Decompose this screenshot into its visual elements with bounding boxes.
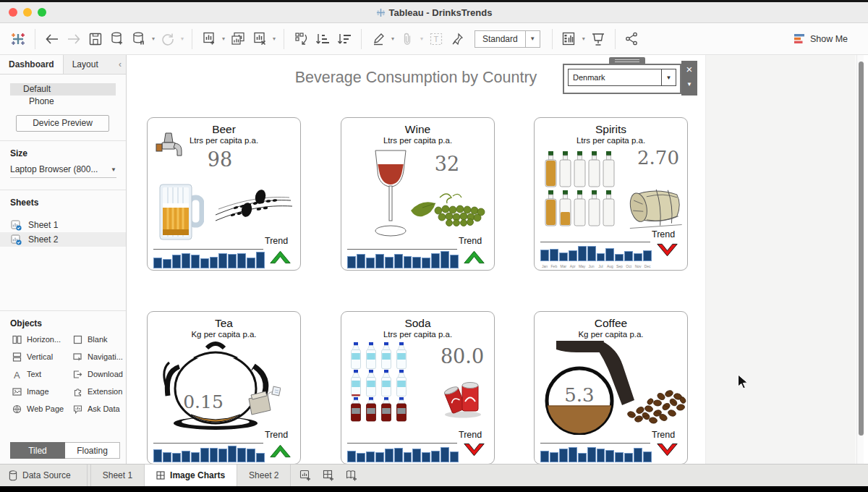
card-value: 80.0: [438, 345, 486, 368]
trend-bar-chart: [540, 445, 652, 462]
trend-bar: [182, 451, 190, 462]
new-worksheet-button[interactable]: [198, 28, 220, 50]
trend-bar: [210, 257, 218, 268]
object-item-horizontal[interactable]: Horizon...: [12, 334, 72, 344]
card-subtitle: Ltrs per capita p.a.: [535, 136, 687, 145]
tab-image-charts[interactable]: Image Charts: [145, 465, 237, 486]
chevron-down-icon[interactable]: ▼: [661, 69, 676, 85]
data-source-tab[interactable]: Data Source: [0, 465, 88, 486]
format-link-caret[interactable]: ▾: [418, 35, 425, 42]
sort-ascending-button[interactable]: [312, 28, 333, 50]
trend-bar: [578, 246, 587, 261]
duplicate-sheet-button[interactable]: [227, 28, 249, 50]
collapse-pane-icon[interactable]: ‹: [114, 55, 126, 74]
divider: [347, 443, 457, 444]
vertical-scrollbar[interactable]: [856, 55, 864, 464]
trend-bar: [357, 453, 365, 462]
undo-button[interactable]: [41, 28, 63, 50]
device-preview-button[interactable]: Device Preview: [16, 115, 109, 132]
object-item-image[interactable]: Image: [12, 386, 72, 396]
cola-bottle-image: [350, 397, 362, 422]
vertical-container-icon: [12, 352, 22, 362]
trend-bar: [347, 451, 356, 462]
card-tea: Tea Kg per capita p.a. 0.15: [147, 311, 301, 465]
new-story-tab-button[interactable]: [341, 467, 362, 484]
toolbar-separator: [284, 29, 284, 49]
new-data-source-button[interactable]: [106, 28, 128, 50]
filter-remove-button[interactable]: ×: [686, 61, 693, 78]
object-item-download[interactable]: Download: [72, 369, 133, 379]
trend-bar: [643, 250, 652, 261]
show-me-label: Show Me: [810, 34, 848, 44]
grapes-image: [408, 190, 489, 226]
filter-drag-handle[interactable]: [609, 57, 645, 64]
presentation-mode-button[interactable]: [587, 28, 609, 50]
sidebar-sheet-1[interactable]: Sheet 1: [0, 218, 126, 232]
cola-bottle-image: [380, 397, 392, 422]
run-update-button[interactable]: [157, 28, 179, 50]
show-me-button[interactable]: Show Me: [793, 33, 848, 44]
tab-layout[interactable]: Layout: [64, 55, 107, 74]
format-link-icon[interactable]: [396, 28, 418, 50]
fix-axes-pin-icon[interactable]: [447, 28, 469, 50]
object-item-web-page[interactable]: Web Page: [12, 404, 72, 414]
tableau-logo-icon[interactable]: [7, 28, 29, 50]
card-value: 0.15: [179, 391, 227, 412]
text-icon: A: [12, 369, 22, 379]
trend-bar: [163, 452, 171, 462]
highlight-caret[interactable]: ▾: [389, 35, 396, 42]
size-dropdown[interactable]: Laptop Browser (800... ▼: [10, 164, 116, 178]
sidebar-sheet-2[interactable]: Sheet 2: [0, 232, 126, 247]
tab-sheet-2[interactable]: Sheet 2: [237, 465, 291, 486]
fit-selector-caret[interactable]: ▼: [525, 31, 540, 47]
country-filter-dropdown[interactable]: Denmark ▼: [568, 69, 676, 86]
month-tick-label: May: [578, 264, 587, 268]
web-page-icon: [12, 404, 22, 414]
clear-sheet-button[interactable]: [249, 28, 271, 50]
pause-auto-updates-button[interactable]: [128, 28, 150, 50]
object-item-ask-data[interactable]: Ask Data: [72, 404, 133, 414]
device-mode-default[interactable]: Default: [10, 83, 116, 96]
object-item-text[interactable]: AText: [12, 369, 72, 379]
sheets-header: Sheets: [0, 190, 126, 212]
save-button[interactable]: [85, 28, 106, 50]
scrollbar-thumb[interactable]: [859, 62, 864, 436]
tiled-button[interactable]: Tiled: [10, 442, 65, 459]
object-item-blank[interactable]: Blank: [72, 334, 133, 344]
new-sheet-buttons: [291, 465, 362, 486]
new-dashboard-tab-button[interactable]: [318, 467, 339, 484]
redo-button[interactable]: [63, 28, 85, 50]
object-item-vertical[interactable]: Vertical: [12, 352, 72, 362]
share-button[interactable]: [621, 28, 643, 50]
toolbar-separator: [35, 29, 35, 49]
trend-bar: [559, 449, 568, 462]
show-hide-cards-button[interactable]: [558, 28, 580, 50]
swap-rows-columns-button[interactable]: [290, 28, 312, 50]
teabag-image: [246, 386, 281, 419]
card-title: Coffee: [535, 317, 687, 330]
tab-dashboard[interactable]: Dashboard: [0, 55, 64, 74]
floating-button[interactable]: Floating: [65, 442, 120, 459]
fit-selector[interactable]: Standard ▼: [475, 30, 540, 48]
text-label-button[interactable]: T: [425, 28, 447, 50]
dashboard-canvas: Beverage Consumption by Country Denmark …: [127, 55, 868, 464]
filter-menu-button[interactable]: ▼: [686, 78, 692, 91]
highlight-button[interactable]: [367, 28, 389, 50]
chevron-down-icon: ▼: [111, 166, 116, 173]
device-mode-phone[interactable]: Phone: [10, 96, 116, 108]
object-item-extension[interactable]: Extension: [72, 386, 133, 396]
trend-bar: [237, 448, 246, 462]
trend-up-icon: [269, 248, 292, 265]
tab-sheet-1[interactable]: Sheet 1: [90, 465, 145, 486]
new-worksheet-caret[interactable]: ▾: [220, 35, 227, 42]
show-hide-cards-caret[interactable]: ▾: [580, 35, 587, 42]
clear-sheet-caret[interactable]: ▾: [271, 35, 278, 42]
trend-bar: [624, 251, 633, 261]
object-item-navigation[interactable]: Navigati...: [72, 352, 133, 362]
pause-auto-updates-caret[interactable]: ▾: [150, 35, 157, 42]
new-worksheet-tab-button[interactable]: [295, 467, 315, 484]
toolbar: ▾ ▾ ▾ ▾ ▾ ▾ T Standard ▼ ▾ Show Me: [0, 23, 868, 55]
sort-descending-button[interactable]: [333, 28, 355, 50]
run-update-caret[interactable]: ▾: [179, 35, 186, 42]
trend-bar: [200, 258, 209, 268]
